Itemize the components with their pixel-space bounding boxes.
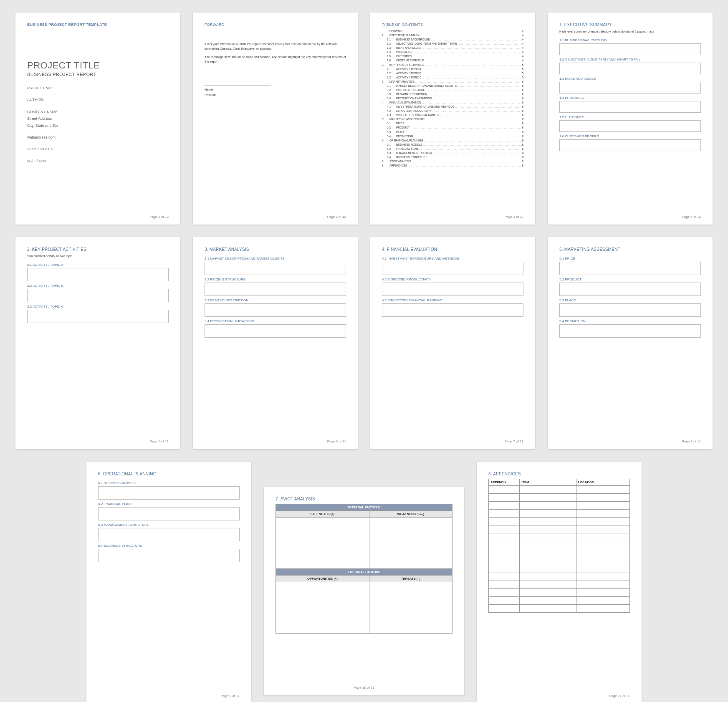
sec-heading: 4. FINANCIAL EVALUATION [382, 247, 523, 252]
toc-row: 1.1BUSINESS BACKGROUND..................… [382, 38, 523, 42]
page-num: Page 3 of 12 [505, 215, 523, 219]
page-3-toc: TABLE OF CONTENTS FORWARD...............… [370, 13, 535, 225]
table-row [489, 573, 630, 581]
page-num: Page 11 of 11 [609, 694, 630, 698]
subsection-heading: 5.2 PRODUCT [559, 278, 701, 281]
table-row [489, 581, 630, 589]
page-num: Page 10 of 11 [354, 686, 374, 689]
subsection-heading: 4.1 INVESTMENT EXPENDITURE AND METHODS [382, 257, 523, 260]
subsection-heading: 4.3 PROJECTED FINANCIAL RANKING [382, 298, 523, 302]
swot-threats-h: THREATS (–) [369, 576, 452, 582]
sec-heading: 1. EXECUTIVE SUMMARY [559, 23, 701, 27]
toc-row: 3.4PRODUCTION LIMITATIONS...............… [382, 96, 523, 101]
toc-row: 1.3RISKS AND ISSUES.....................… [382, 46, 523, 50]
toc-row: 3.3DEMAND DESCRIPTION...................… [382, 92, 523, 96]
forward-p2: The message here should be clear and con… [205, 55, 346, 64]
input-box [205, 283, 346, 296]
input-box [559, 262, 701, 275]
page-6-market: 3. MARKET ANALYSIS 3.1 MARKET DESCRIPTIO… [193, 237, 358, 449]
forward-p1: If it is your intention to publish this … [205, 42, 346, 51]
toc-row: 1.2OBJECTIVES (LONG-TERM AND SHORT-TERM)… [382, 42, 523, 46]
input-box [382, 283, 523, 296]
subsection-heading: 3.2 PRICING STRUCTURE [205, 278, 346, 281]
subsection-heading: 6.1 BUSINESS MODELS [98, 481, 240, 485]
toc-row: 4.2EXPECTED PRODUCTIVITY................… [382, 109, 523, 113]
appendix-table: APPENDIX ITEM LOCATION [488, 479, 630, 613]
sig-name: Name [205, 88, 346, 91]
doc-title: PROJECT TITLE [27, 60, 169, 71]
page-num: Page 1 of 12 [150, 215, 169, 219]
swot-opportunities-h: OPPORTUNITIES (+) [276, 576, 369, 582]
table-row [489, 549, 630, 557]
toc-row: 2.2ACTIVITY / TOPIC B...................… [382, 71, 523, 76]
subsection-heading: 3.3 DEMAND DESCRIPTION [205, 298, 346, 302]
page-9-operational: 6. OPERATIONAL PLANNING 6.1 BUSINESS MOD… [86, 462, 251, 702]
toc-row: 1.5OUTCOMES.............................… [382, 54, 523, 58]
subsection-heading: 3.4 PRODUCTION LIMITATIONS [205, 319, 346, 323]
toc-row: 3.MARKET ANALYSIS.......................… [382, 80, 523, 84]
toc-row: 2.1ACTIVITY / TOPIC A...................… [382, 67, 523, 71]
company: COMPANY NAME [27, 109, 169, 115]
apx-col-item: ITEM [520, 479, 576, 486]
signature-line [205, 86, 271, 86]
subsection-heading: 1.3 RISKS AND ISSUES [559, 77, 701, 81]
input-box [98, 486, 240, 500]
toc-row: 6.2FINANCIAL PLAN.......................… [382, 147, 523, 151]
swot-external: EXTERNAL FACTORS [276, 569, 452, 576]
page-num: Page 4 of 12 [682, 215, 701, 219]
toc-row: 6.1BUSINESS MODELS......................… [382, 143, 523, 147]
section-body: 5.1 PRICE5.2 PRODUCT5.3 PLACE5.4 PROMOTI… [559, 254, 701, 339]
swot-strengths-cell [276, 518, 369, 569]
table-row [489, 605, 630, 613]
input-box [559, 139, 701, 151]
sec-heading: 7. SWOT ANALYSIS [276, 497, 452, 501]
table-row [489, 589, 630, 597]
page-1-cover: BUSINESS PROJECT REPORT TEMPLATE PROJECT… [15, 13, 180, 225]
input-box [98, 507, 240, 520]
doc-subtitle: BUSINESS PROJECT REPORT [27, 72, 169, 77]
toc-row: 5.2PRODUCT..............................… [382, 126, 523, 130]
swot-table: INTERNAL FACTORS STRENGTHS (+) WEAKNESSE… [276, 504, 452, 634]
street: Street Address [27, 116, 169, 121]
swot-opportunities-cell [276, 582, 369, 634]
page-4-exec-summary: 1. EXECUTIVE SUMMARY High level summary … [548, 13, 713, 225]
toc-row: 1.4PROGRESS.............................… [382, 50, 523, 54]
author: AUTHOR: [27, 97, 169, 103]
toc-row: 2.KEY PROJECT ACTIVITIES................… [382, 63, 523, 67]
input-box [559, 283, 701, 296]
toc-row: 1.6CUSTOMER PROFILE.....................… [382, 58, 523, 63]
input-box [559, 120, 701, 132]
table-row [489, 557, 630, 565]
page-8-marketing: 5. MARKETING ASSESSMENT 5.1 PRICE5.2 PRO… [548, 237, 713, 449]
sec-note: Summarized activity and/or topic [27, 254, 169, 258]
page-11-appendices: 8. APPENDICES APPENDIX ITEM LOCATION Pag… [477, 462, 642, 702]
input-box [559, 63, 701, 74]
toc-row: 5.3PLACE................................… [382, 130, 523, 134]
input-box [27, 268, 169, 281]
input-box [559, 43, 701, 55]
subsection-heading: 2.3 ACTIVITY / TOPIC C [27, 305, 169, 308]
page-7-financial: 4. FINANCIAL EVALUATION 4.1 INVESTMENT E… [370, 237, 535, 449]
toc-row: 5.MARKETING ASSESSMENT..................… [382, 117, 523, 121]
row-3: 6. OPERATIONAL PLANNING 6.1 BUSINESS MOD… [8, 462, 720, 702]
toc-row: 6.3MANAGEMENT STRUCTURE.................… [382, 151, 523, 155]
section-body: 4.1 INVESTMENT EXPENDITURE AND METHODS4.… [382, 254, 523, 318]
toc-row: 4.FINANCIAL EVALUATION..................… [382, 101, 523, 105]
sec-heading: 6. OPERATIONAL PLANNING [98, 472, 240, 476]
web: webaddress.com [27, 134, 169, 140]
input-box [205, 262, 346, 275]
sec-note: High level summary of each category belo… [559, 30, 701, 33]
sec-heading: 2. KEY PROJECT ACTIVITIES [27, 247, 169, 252]
input-box [27, 310, 169, 323]
toc-row: 1.EXECUTIVE SUMMARY.....................… [382, 33, 523, 38]
forward-heading: FORWARD [205, 23, 346, 27]
input-box [559, 101, 701, 113]
sig-position: Position [205, 93, 346, 97]
row-1: BUSINESS PROJECT REPORT TEMPLATE PROJECT… [8, 13, 720, 225]
apx-col-appendix: APPENDIX [489, 479, 520, 486]
input-box [382, 303, 523, 317]
input-box [382, 262, 523, 275]
page-5-activities: 2. KEY PROJECT ACTIVITIES Summarized act… [15, 237, 180, 449]
date: 00/00/0000 [27, 158, 169, 164]
subsection-heading: 4.2 EXPECTED PRODUCTIVITY [382, 278, 523, 281]
